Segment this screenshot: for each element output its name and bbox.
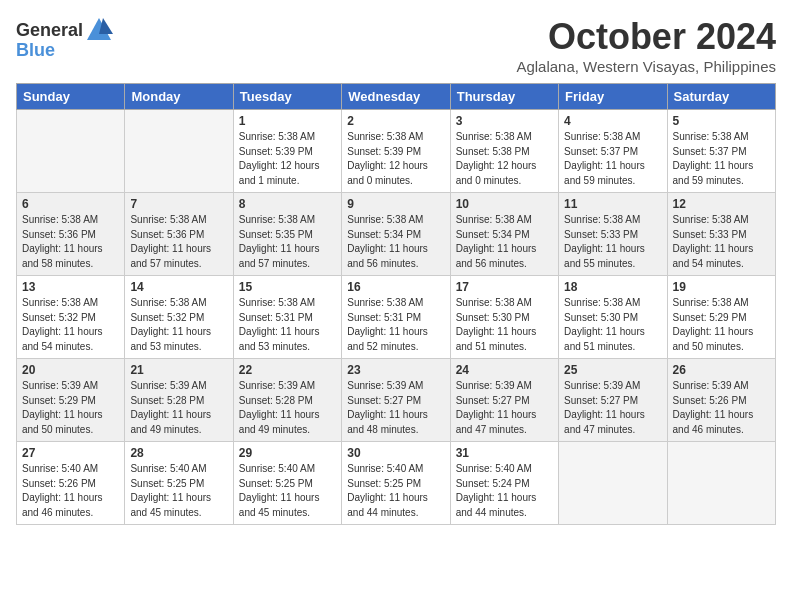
weekday-header-row: SundayMondayTuesdayWednesdayThursdayFrid… — [17, 84, 776, 110]
weekday-header-monday: Monday — [125, 84, 233, 110]
day-number: 24 — [456, 363, 553, 377]
calendar-cell: 25Sunrise: 5:39 AM Sunset: 5:27 PM Dayli… — [559, 359, 667, 442]
day-number: 3 — [456, 114, 553, 128]
calendar-week-row: 20Sunrise: 5:39 AM Sunset: 5:29 PM Dayli… — [17, 359, 776, 442]
calendar-cell: 14Sunrise: 5:38 AM Sunset: 5:32 PM Dayli… — [125, 276, 233, 359]
calendar-cell: 12Sunrise: 5:38 AM Sunset: 5:33 PM Dayli… — [667, 193, 775, 276]
logo-general-text: General — [16, 20, 83, 41]
cell-info: Sunrise: 5:40 AM Sunset: 5:26 PM Dayligh… — [22, 462, 119, 520]
logo-blue-text: Blue — [16, 40, 55, 61]
calendar-cell — [17, 110, 125, 193]
cell-info: Sunrise: 5:39 AM Sunset: 5:28 PM Dayligh… — [130, 379, 227, 437]
calendar-cell: 10Sunrise: 5:38 AM Sunset: 5:34 PM Dayli… — [450, 193, 558, 276]
calendar-cell: 4Sunrise: 5:38 AM Sunset: 5:37 PM Daylig… — [559, 110, 667, 193]
svg-marker-1 — [99, 18, 113, 34]
calendar-week-row: 1Sunrise: 5:38 AM Sunset: 5:39 PM Daylig… — [17, 110, 776, 193]
day-number: 20 — [22, 363, 119, 377]
cell-info: Sunrise: 5:38 AM Sunset: 5:29 PM Dayligh… — [673, 296, 770, 354]
calendar-cell: 23Sunrise: 5:39 AM Sunset: 5:27 PM Dayli… — [342, 359, 450, 442]
calendar-cell: 13Sunrise: 5:38 AM Sunset: 5:32 PM Dayli… — [17, 276, 125, 359]
day-number: 14 — [130, 280, 227, 294]
cell-info: Sunrise: 5:38 AM Sunset: 5:31 PM Dayligh… — [347, 296, 444, 354]
day-number: 31 — [456, 446, 553, 460]
weekday-header-sunday: Sunday — [17, 84, 125, 110]
day-number: 9 — [347, 197, 444, 211]
day-number: 10 — [456, 197, 553, 211]
calendar-table: SundayMondayTuesdayWednesdayThursdayFrid… — [16, 83, 776, 525]
title-area: October 2024 Aglalana, Western Visayas, … — [516, 16, 776, 75]
calendar-cell: 30Sunrise: 5:40 AM Sunset: 5:25 PM Dayli… — [342, 442, 450, 525]
calendar-cell: 6Sunrise: 5:38 AM Sunset: 5:36 PM Daylig… — [17, 193, 125, 276]
cell-info: Sunrise: 5:38 AM Sunset: 5:37 PM Dayligh… — [673, 130, 770, 188]
cell-info: Sunrise: 5:38 AM Sunset: 5:39 PM Dayligh… — [239, 130, 336, 188]
weekday-header-thursday: Thursday — [450, 84, 558, 110]
cell-info: Sunrise: 5:40 AM Sunset: 5:25 PM Dayligh… — [239, 462, 336, 520]
day-number: 13 — [22, 280, 119, 294]
cell-info: Sunrise: 5:38 AM Sunset: 5:39 PM Dayligh… — [347, 130, 444, 188]
cell-info: Sunrise: 5:38 AM Sunset: 5:34 PM Dayligh… — [456, 213, 553, 271]
cell-info: Sunrise: 5:40 AM Sunset: 5:24 PM Dayligh… — [456, 462, 553, 520]
calendar-cell: 24Sunrise: 5:39 AM Sunset: 5:27 PM Dayli… — [450, 359, 558, 442]
logo-icon — [85, 16, 113, 44]
header: General Blue October 2024 Aglalana, West… — [16, 16, 776, 75]
day-number: 8 — [239, 197, 336, 211]
month-title: October 2024 — [516, 16, 776, 58]
calendar-cell: 20Sunrise: 5:39 AM Sunset: 5:29 PM Dayli… — [17, 359, 125, 442]
day-number: 29 — [239, 446, 336, 460]
weekday-header-saturday: Saturday — [667, 84, 775, 110]
cell-info: Sunrise: 5:38 AM Sunset: 5:30 PM Dayligh… — [456, 296, 553, 354]
cell-info: Sunrise: 5:38 AM Sunset: 5:36 PM Dayligh… — [130, 213, 227, 271]
calendar-cell: 26Sunrise: 5:39 AM Sunset: 5:26 PM Dayli… — [667, 359, 775, 442]
day-number: 19 — [673, 280, 770, 294]
day-number: 27 — [22, 446, 119, 460]
calendar-cell: 1Sunrise: 5:38 AM Sunset: 5:39 PM Daylig… — [233, 110, 341, 193]
calendar-cell: 27Sunrise: 5:40 AM Sunset: 5:26 PM Dayli… — [17, 442, 125, 525]
weekday-header-wednesday: Wednesday — [342, 84, 450, 110]
calendar-cell: 3Sunrise: 5:38 AM Sunset: 5:38 PM Daylig… — [450, 110, 558, 193]
calendar-week-row: 6Sunrise: 5:38 AM Sunset: 5:36 PM Daylig… — [17, 193, 776, 276]
cell-info: Sunrise: 5:38 AM Sunset: 5:33 PM Dayligh… — [564, 213, 661, 271]
cell-info: Sunrise: 5:38 AM Sunset: 5:35 PM Dayligh… — [239, 213, 336, 271]
calendar-cell: 9Sunrise: 5:38 AM Sunset: 5:34 PM Daylig… — [342, 193, 450, 276]
day-number: 11 — [564, 197, 661, 211]
cell-info: Sunrise: 5:39 AM Sunset: 5:28 PM Dayligh… — [239, 379, 336, 437]
cell-info: Sunrise: 5:39 AM Sunset: 5:27 PM Dayligh… — [564, 379, 661, 437]
calendar-cell: 5Sunrise: 5:38 AM Sunset: 5:37 PM Daylig… — [667, 110, 775, 193]
day-number: 23 — [347, 363, 444, 377]
logo: General Blue — [16, 16, 113, 61]
cell-info: Sunrise: 5:38 AM Sunset: 5:31 PM Dayligh… — [239, 296, 336, 354]
cell-info: Sunrise: 5:39 AM Sunset: 5:27 PM Dayligh… — [456, 379, 553, 437]
day-number: 1 — [239, 114, 336, 128]
day-number: 7 — [130, 197, 227, 211]
cell-info: Sunrise: 5:38 AM Sunset: 5:37 PM Dayligh… — [564, 130, 661, 188]
weekday-header-friday: Friday — [559, 84, 667, 110]
calendar-cell: 15Sunrise: 5:38 AM Sunset: 5:31 PM Dayli… — [233, 276, 341, 359]
day-number: 22 — [239, 363, 336, 377]
calendar-cell: 29Sunrise: 5:40 AM Sunset: 5:25 PM Dayli… — [233, 442, 341, 525]
cell-info: Sunrise: 5:39 AM Sunset: 5:29 PM Dayligh… — [22, 379, 119, 437]
day-number: 21 — [130, 363, 227, 377]
day-number: 30 — [347, 446, 444, 460]
day-number: 28 — [130, 446, 227, 460]
cell-info: Sunrise: 5:38 AM Sunset: 5:38 PM Dayligh… — [456, 130, 553, 188]
cell-info: Sunrise: 5:40 AM Sunset: 5:25 PM Dayligh… — [130, 462, 227, 520]
calendar-cell: 22Sunrise: 5:39 AM Sunset: 5:28 PM Dayli… — [233, 359, 341, 442]
day-number: 17 — [456, 280, 553, 294]
cell-info: Sunrise: 5:38 AM Sunset: 5:30 PM Dayligh… — [564, 296, 661, 354]
calendar-cell: 7Sunrise: 5:38 AM Sunset: 5:36 PM Daylig… — [125, 193, 233, 276]
day-number: 4 — [564, 114, 661, 128]
calendar-cell: 31Sunrise: 5:40 AM Sunset: 5:24 PM Dayli… — [450, 442, 558, 525]
calendar-cell: 2Sunrise: 5:38 AM Sunset: 5:39 PM Daylig… — [342, 110, 450, 193]
calendar-cell: 17Sunrise: 5:38 AM Sunset: 5:30 PM Dayli… — [450, 276, 558, 359]
day-number: 15 — [239, 280, 336, 294]
cell-info: Sunrise: 5:38 AM Sunset: 5:33 PM Dayligh… — [673, 213, 770, 271]
calendar-cell: 19Sunrise: 5:38 AM Sunset: 5:29 PM Dayli… — [667, 276, 775, 359]
calendar-cell — [667, 442, 775, 525]
day-number: 12 — [673, 197, 770, 211]
cell-info: Sunrise: 5:40 AM Sunset: 5:25 PM Dayligh… — [347, 462, 444, 520]
cell-info: Sunrise: 5:38 AM Sunset: 5:34 PM Dayligh… — [347, 213, 444, 271]
day-number: 6 — [22, 197, 119, 211]
calendar-week-row: 27Sunrise: 5:40 AM Sunset: 5:26 PM Dayli… — [17, 442, 776, 525]
calendar-cell: 28Sunrise: 5:40 AM Sunset: 5:25 PM Dayli… — [125, 442, 233, 525]
day-number: 5 — [673, 114, 770, 128]
